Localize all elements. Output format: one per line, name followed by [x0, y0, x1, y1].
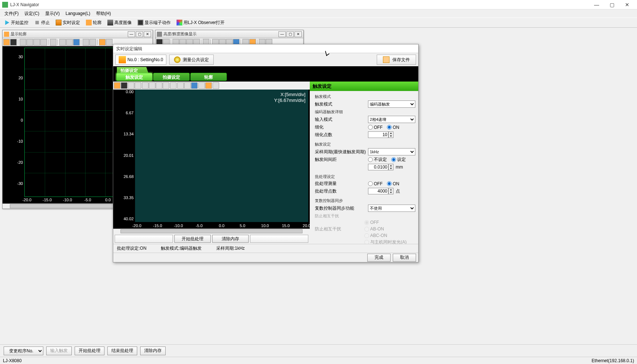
- sub-a-radio: 与主机同时发光(A): [364, 239, 407, 244]
- trigger-mode-select[interactable]: 编码器触发: [368, 100, 415, 108]
- zoom-fit-icon[interactable]: [156, 82, 162, 89]
- bottom-toolbar: 变更程序No. 输入触发 开始批处理 结束批处理 清除内存: [0, 344, 637, 357]
- refine-points-input[interactable]: [368, 131, 388, 138]
- section-label: 防止相互干扰: [313, 213, 415, 219]
- interval-value-input[interactable]: [368, 164, 388, 170]
- panel-close-button[interactable]: ✕: [144, 31, 151, 37]
- menu-language[interactable]: Language(L): [63, 10, 93, 17]
- menu-help[interactable]: 帮助(H): [93, 9, 114, 18]
- cancel-button[interactable]: 取消: [393, 254, 416, 262]
- height-image-button[interactable]: 高度图像: [105, 19, 134, 27]
- height-panel: 高度/辉度图像显示 — ▢ ✕: [155, 30, 304, 45]
- interference-label: 防止相互干扰: [315, 226, 364, 232]
- start-monitor-button[interactable]: 开始监控: [1, 19, 31, 27]
- panel-close-button[interactable]: ✕: [294, 31, 302, 37]
- ok-button[interactable]: 完成: [367, 254, 391, 262]
- undo-icon[interactable]: [170, 82, 177, 89]
- tool-icon[interactable]: [191, 82, 198, 89]
- clear-memory-button[interactable]: 清除内存: [140, 347, 166, 355]
- section-label: 批处理设定: [313, 174, 415, 179]
- close-button[interactable]: ✕: [620, 1, 635, 9]
- interval-on-radio[interactable]: 设定: [391, 157, 406, 163]
- maximize-button[interactable]: ▢: [604, 1, 620, 9]
- zoom-in-icon[interactable]: [20, 39, 26, 46]
- tool-icon[interactable]: [213, 82, 219, 89]
- start-batch-button[interactable]: 开始批处理: [75, 347, 104, 355]
- realtime-setting-button[interactable]: 实时设定: [53, 19, 83, 27]
- program-icon: [119, 56, 126, 63]
- tool-icon[interactable]: [184, 82, 191, 89]
- preview-scrollbar[interactable]: [113, 229, 310, 234]
- tool-icon[interactable]: [177, 82, 184, 89]
- batch-points-input[interactable]: [368, 188, 388, 194]
- stop-monitor-button[interactable]: 停止: [32, 19, 52, 27]
- tool-icon[interactable]: [106, 39, 112, 46]
- tool-icon[interactable]: [3, 39, 10, 46]
- zoom-fit-icon[interactable]: [33, 39, 40, 46]
- zoom-in-icon[interactable]: [142, 82, 149, 89]
- tool-icon[interactable]: [66, 39, 73, 46]
- zoom-reset-icon[interactable]: [40, 39, 47, 46]
- tool-icon[interactable]: [121, 82, 127, 89]
- undo-icon[interactable]: [50, 39, 56, 46]
- refine-off-radio[interactable]: OFF: [368, 125, 383, 130]
- stepper-icon[interactable]: ▲▼: [388, 131, 393, 138]
- observer-icon: [177, 20, 182, 25]
- sync-select[interactable]: 不使用: [368, 205, 415, 212]
- status-trigger: 触发模式:编码器触发: [161, 245, 201, 252]
- measure-icon[interactable]: [83, 39, 89, 46]
- interval-label: 触发间间距: [315, 157, 368, 163]
- sample-period-select[interactable]: 1kHz: [368, 148, 415, 155]
- measure-icon[interactable]: [198, 82, 205, 89]
- end-batch-button[interactable]: 结束批处理: [107, 347, 137, 355]
- stepper-icon[interactable]: ▲▼: [388, 164, 393, 170]
- panel-min-button[interactable]: —: [128, 31, 135, 37]
- profile-button[interactable]: 轮廓: [83, 19, 104, 27]
- section-label: 触发模式: [313, 94, 415, 99]
- panel-max-button[interactable]: ▢: [136, 31, 143, 37]
- tool-icon[interactable]: [10, 39, 17, 46]
- measure-common-button[interactable]: 测量公共设定: [169, 55, 214, 65]
- start-batch-button[interactable]: 开始批处理: [174, 235, 211, 243]
- zoom-out-icon[interactable]: [27, 39, 33, 46]
- observer-button[interactable]: 用LJ-X Observer打开: [174, 19, 227, 27]
- input-mode-select[interactable]: 2相4递增: [368, 116, 415, 123]
- panel-max-button[interactable]: ▢: [286, 31, 294, 37]
- batch-on-radio[interactable]: ON: [387, 181, 399, 186]
- zoom-reset-icon[interactable]: [163, 82, 169, 89]
- tool-icon[interactable]: [114, 82, 120, 89]
- refine-on-radio[interactable]: ON: [387, 125, 399, 130]
- interval-off-radio[interactable]: 不设定: [368, 157, 387, 163]
- stepper-icon[interactable]: ▲▼: [388, 188, 393, 194]
- minimize-button[interactable]: —: [589, 1, 604, 9]
- clear-memory-button[interactable]: 清除内存: [212, 235, 249, 243]
- change-program-select[interactable]: 变更程序No.: [4, 347, 43, 355]
- preview-plot[interactable]: X:[5mm/div] Y:[6.67mm/div] 0.00 6.67 13.…: [135, 90, 308, 222]
- tool-icon[interactable]: [205, 82, 212, 89]
- zoom-out-icon[interactable]: [149, 82, 155, 89]
- batch-meas-label: 批处理测量: [315, 181, 368, 187]
- tab-profile[interactable]: 轮廓: [190, 73, 227, 81]
- status-sample: 采样周期:1kHz: [216, 245, 245, 252]
- menu-display[interactable]: 显示(V): [42, 9, 63, 18]
- tab-capture[interactable]: 拍摄设定: [153, 73, 190, 81]
- trigger-mode-label: 触发模式: [315, 101, 368, 107]
- tool-icon[interactable]: [59, 39, 66, 46]
- panel-min-button[interactable]: —: [278, 31, 286, 37]
- tool-icon[interactable]: [99, 39, 106, 46]
- play-icon: [4, 20, 10, 25]
- tool-icon[interactable]: [90, 39, 96, 46]
- program-selector[interactable]: No.0 : SettingNo.0: [115, 55, 166, 65]
- tab-trigger[interactable]: 触发设定: [116, 73, 153, 81]
- refine-points-label: 细化点数: [315, 132, 368, 138]
- tool-icon[interactable]: [135, 82, 141, 89]
- tool-icon[interactable]: [73, 39, 80, 46]
- batch-points-label: 批处理点数: [315, 188, 368, 194]
- save-file-button[interactable]: 保存文件: [377, 55, 416, 65]
- menu-setting[interactable]: 设定(C): [21, 9, 42, 18]
- batch-off-radio[interactable]: OFF: [368, 181, 383, 186]
- terminal-button[interactable]: 显示端子动作: [135, 19, 173, 27]
- input-mode-label: 输入模式: [315, 116, 368, 123]
- menu-file[interactable]: 文件(F): [1, 9, 21, 18]
- tool-icon[interactable]: [128, 82, 134, 89]
